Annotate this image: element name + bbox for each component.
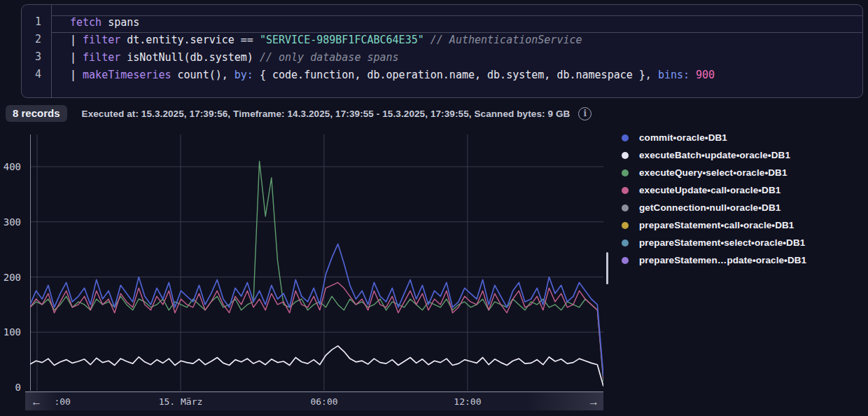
code-line[interactable]: | filter dt.entity.service == "SERVICE-9…: [52, 33, 862, 50]
legend-item[interactable]: executeBatch•update•oracle•DB1: [620, 146, 806, 164]
execution-metadata: Executed at: 15.3.2025, 17:39:56, Timefr…: [82, 109, 570, 119]
legend-item[interactable]: executeQuery•select•oracle•DB1: [620, 164, 806, 181]
series-line: [30, 244, 603, 376]
legend-color-dot: [622, 187, 629, 194]
code-token: makeTimeseries: [83, 69, 171, 81]
results-bar: 8 records Executed at: 15.3.2025, 17:39:…: [6, 104, 592, 123]
code-token: filter: [83, 51, 120, 64]
pan-left-button[interactable]: ←: [31, 392, 42, 411]
series-line: [30, 346, 603, 387]
code-token: { code.function, db.operation.name, db.s…: [253, 69, 658, 81]
code-token: filter: [83, 34, 120, 46]
legend-label: getConnection•null•oracle•DB1: [639, 202, 780, 213]
y-axis-tick: 0: [0, 382, 21, 393]
code-token: fetch: [70, 16, 102, 29]
legend-item[interactable]: commit•oracle•DB1: [620, 129, 806, 146]
legend-color-dot: [622, 257, 629, 264]
chart-legend: commit•oracle•DB1executeBatch•update•ora…: [620, 129, 806, 269]
legend-item[interactable]: prepareStatemen…pdate•oracle•DB1: [620, 251, 806, 269]
legend-label: commit•oracle•DB1: [639, 132, 727, 143]
legend-label: executeUpdate•call•oracle•DB1: [639, 185, 780, 195]
code-token: |: [70, 51, 83, 64]
code-line[interactable]: | filter isNotNull(db.system) // only da…: [52, 50, 862, 68]
records-count-badge: 8 records: [6, 105, 67, 122]
code-token: count(),: [172, 69, 234, 81]
y-axis-tick: 100: [0, 326, 21, 338]
editor-code-area[interactable]: fetch spans| filter dt.entity.service ==…: [52, 5, 862, 97]
timeseries-chart[interactable]: [30, 134, 603, 391]
legend-color-dot: [622, 169, 629, 176]
code-token: |: [70, 69, 83, 81]
code-token: spans: [102, 16, 139, 29]
legend-item[interactable]: prepareStatement•select•oracle•DB1: [620, 234, 806, 251]
y-axis-tick: 300: [0, 216, 21, 228]
series-line: [30, 161, 603, 382]
dql-query-editor[interactable]: 1234 fetch spans| filter dt.entity.servi…: [21, 4, 863, 98]
legend-color-dot: [622, 152, 629, 159]
code-token: [424, 34, 430, 46]
x-axis-tick: 15. März: [159, 396, 203, 407]
line-number: 3: [22, 50, 51, 68]
code-line[interactable]: fetch spans: [52, 15, 862, 33]
legend-label: prepareStatemen…pdate•oracle•DB1: [639, 255, 806, 265]
line-number: 2: [22, 33, 51, 50]
code-token: 900: [696, 69, 715, 81]
code-token: isNotNull(db.system): [120, 51, 260, 64]
code-token: // only database spans: [260, 51, 399, 64]
code-line[interactable]: | makeTimeseries count(), by: { code.fun…: [52, 68, 862, 85]
legend-color-dot: [622, 222, 629, 229]
legend-item[interactable]: prepareStatement•call•oracle•DB1: [620, 216, 806, 234]
timeseries-chart-plot[interactable]: [30, 134, 603, 391]
y-axis-tick: 400: [0, 161, 21, 172]
legend-item[interactable]: getConnection•null•oracle•DB1: [620, 199, 806, 216]
code-token: "SERVICE-989BF1FCABC64E35": [260, 34, 424, 46]
legend-color-dot: [622, 240, 629, 247]
legend-label: executeBatch•update•oracle•DB1: [639, 150, 790, 160]
x-axis-tick: 06:00: [310, 396, 337, 407]
code-token: by:: [234, 69, 253, 81]
legend-color-dot: [622, 204, 629, 212]
line-number: 4: [22, 68, 51, 85]
x-axis-tick: :00: [54, 396, 70, 407]
x-axis-tick: 12:00: [454, 396, 481, 407]
code-token: [690, 69, 696, 81]
pan-right-button[interactable]: →: [588, 392, 599, 411]
y-axis-tick: 200: [0, 272, 21, 283]
info-icon[interactable]: i: [578, 107, 592, 120]
code-token: dt.entity.service ==: [120, 34, 260, 46]
legend-label: executeQuery•select•oracle•DB1: [639, 167, 788, 178]
time-axis-scrollbar[interactable]: ← → :0015. März06:0012:00: [25, 391, 603, 410]
dql-query-app: 1234 fetch spans| filter dt.entity.servi…: [0, 0, 868, 416]
editor-line-number-gutter: 1234: [22, 5, 52, 97]
code-token: // AuthenticationService: [430, 34, 582, 46]
legend-vertical-scrollbar-thumb[interactable]: [606, 252, 608, 284]
legend-color-dot: [622, 134, 629, 141]
code-token: bins:: [658, 69, 690, 81]
legend-label: prepareStatement•select•oracle•DB1: [639, 237, 805, 248]
legend-item[interactable]: executeUpdate•call•oracle•DB1: [620, 181, 806, 199]
legend-label: prepareStatement•call•oracle•DB1: [639, 220, 794, 230]
code-token: |: [70, 34, 83, 46]
line-number: 1: [22, 15, 51, 33]
